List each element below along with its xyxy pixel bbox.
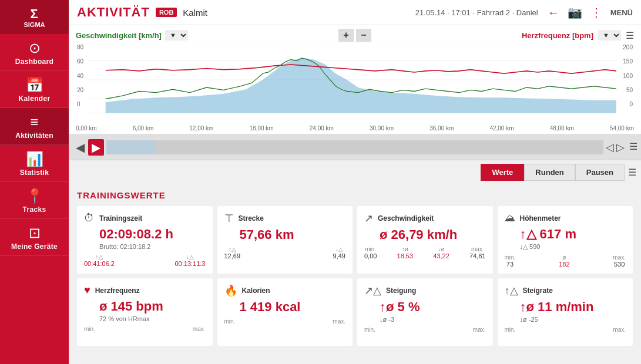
chart-left-title: Geschwindigkeit [km/h] [76, 31, 162, 40]
metric-header: ↑△ Steigrate [505, 284, 626, 297]
y-axis-right: 200 150 100 50 0 [623, 44, 633, 107]
metric-header: ↗ Geschwindigkeit [364, 212, 486, 225]
geschwindigkeit-stats: min. 0,00 ↑ø 18,53 ↓ø 43,22 max. 74,81 [364, 246, 486, 259]
activity-name: Kalmit [183, 8, 207, 18]
chart-right-area: Herzfrequenz [bpm] ▼ ☰ [522, 30, 634, 41]
distance-icon: ⊤ [224, 212, 234, 225]
sidebar-item-label: Meine Geräte [11, 242, 58, 251]
metric-name: Steigung [386, 287, 416, 295]
metric-header: 🔥 Kalorien [224, 284, 346, 297]
herzfrequenz-value: ø 145 bpm [99, 299, 206, 314]
location-icon: 📍 [26, 189, 43, 203]
sidebar-item-dashboard[interactable]: ⊙ Dashboard [0, 34, 69, 71]
more-options-icon[interactable]: ⋮ [590, 5, 602, 19]
steigung-value: ↑ø 5 % [380, 299, 486, 315]
header-left: AKTIVITÄT ROB Kalmit [77, 5, 207, 20]
stat-item: max. 530 [613, 254, 626, 268]
tab-pausen[interactable]: Pausen [575, 164, 625, 181]
sidebar-item-kalender[interactable]: 📅 Kalender [0, 71, 69, 108]
navigation-bar: ◀ ▶ ◁ ▷ ☰ [69, 134, 641, 160]
page-title: AKTIVITÄT [77, 5, 150, 20]
hohenmeter-value: ↑△ 617 m [520, 227, 626, 242]
stat-item: max. [333, 318, 345, 332]
y-axis-left: 80 60 40 20 0 [77, 44, 83, 107]
nav-next-arrow[interactable]: ▶ [88, 139, 104, 156]
nav-scrubber-track[interactable] [106, 140, 603, 154]
chart-view-icons: ☰ [626, 30, 634, 41]
sidebar-item-label: Statistik [20, 168, 49, 177]
nav-right-controls: ◁ ▷ ☰ [606, 141, 637, 154]
metric-steigung: ↗△ Steigung ↑ø 5 % ↓ø -3 min. max. [357, 278, 493, 346]
header-actions: ← 📷 ⋮ MENÜ [548, 5, 633, 19]
metric-name: Kalorien [242, 287, 270, 295]
tabs-row: Werte Runden Pausen ☰ [69, 160, 641, 184]
stat-item: ø 182 [559, 254, 569, 268]
stat-item: min. [84, 326, 95, 339]
metric-header: ♥ Herzfrequenz [84, 284, 206, 296]
grade-icon: ↗△ [364, 284, 381, 297]
trainingszeit-sub: Brutto: 02:10:18.2 [99, 243, 206, 250]
metric-geschwindigkeit: ↗ Geschwindigkeit ø 26,79 km/h min. 0,00… [357, 206, 493, 274]
strecke-stats: ↑△ 12,69 ↓△ 9,49 [224, 246, 346, 259]
metric-herzfrequenz: ♥ Herzfrequenz ø 145 bpm 72 % von HRmax … [77, 278, 213, 346]
flame-icon: 🔥 [224, 284, 237, 297]
back-icon[interactable]: ← [548, 6, 559, 19]
metric-kalorien: 🔥 Kalorien 1 419 kcal min. max. [217, 278, 353, 346]
chart-svg [89, 42, 616, 118]
herzfrequenz-stats: min. max. [84, 326, 206, 339]
sidebar-logo: Σ SIGMA [0, 0, 69, 34]
stat-item: max. [613, 326, 626, 340]
stat-item: min. [224, 318, 236, 332]
steigung-stats: min. max. [364, 326, 486, 340]
menu-button[interactable]: MENÜ [610, 8, 633, 17]
nav-prev-arrow[interactable]: ◀ [72, 138, 88, 157]
chart-right-title: Herzfrequenz [bpm] [522, 31, 593, 40]
steigrate-value: ↑ø 11 m/min [520, 299, 626, 315]
sidebar-item-statistik[interactable]: 📊 Statistik [0, 145, 69, 182]
stat-item: ↓△ 00:13:11.3 [175, 254, 206, 267]
metric-steigrate: ↑△ Steigrate ↑ø 11 m/min ↓ø -25 min. max… [498, 278, 633, 346]
sidebar-item-meine-gerate[interactable]: ⊡ Meine Geräte [0, 219, 69, 256]
zoom-out-button[interactable]: − [356, 29, 371, 42]
chart-left-dropdown[interactable]: ▼ [165, 30, 188, 41]
steigung-sub: ↓ø -3 [380, 316, 486, 323]
kalorien-stats: min. max. [224, 318, 346, 332]
metric-strecke: ⊤ Strecke 57,66 km ↑△ 12,69 ↓△ 9,49 [217, 206, 353, 274]
nav-next-icon[interactable]: ▷ [616, 141, 625, 154]
nav-scrubber-handle[interactable] [106, 140, 156, 154]
sigma-text: SIGMA [24, 21, 45, 28]
hohenmeter-stats: min. 73 ø 182 max. 530 [505, 254, 626, 268]
stat-item: min. [364, 326, 375, 340]
sidebar-item-label: Aktivitäten [15, 132, 53, 140]
zoom-in-button[interactable]: + [338, 29, 354, 42]
tab-runden[interactable]: Runden [524, 164, 575, 181]
stat-item: max. [473, 326, 486, 340]
nav-menu-icon[interactable]: ☰ [629, 141, 637, 154]
camera-icon[interactable]: 📷 [568, 5, 582, 19]
section-title: TRAININGSWERTE [77, 190, 633, 200]
chart-right-dropdown[interactable]: ▼ [598, 30, 621, 41]
nav-prev-icon[interactable]: ◁ [606, 141, 614, 154]
metric-name: Geschwindigkeit [378, 214, 434, 223]
sidebar-item-label: Dashboard [15, 58, 53, 66]
chart-list-icon[interactable]: ☰ [626, 30, 634, 41]
trainingszeit-stats: ↑△ 00:41:06.2 ↓△ 00:13:11.3 [84, 254, 206, 267]
timer-icon: ⏱ [84, 212, 95, 224]
stat-item: min. 0,00 [364, 246, 377, 259]
metric-name: Höhenmeter [520, 214, 561, 223]
sidebar-item-tracks[interactable]: 📍 Tracks [0, 182, 69, 219]
metric-header: ↗△ Steigung [364, 284, 486, 297]
top-header: AKTIVITÄT ROB Kalmit 21.05.14 · 17:01 · … [69, 0, 641, 25]
sidebar-item-aktivitaten[interactable]: ≡ Aktivitäten [0, 108, 69, 145]
metric-name: Steigrate [523, 287, 553, 295]
training-section: TRAININGSWERTE ⏱ Trainingszeit 02:09:08.… [69, 184, 641, 364]
sidebar: Σ SIGMA ⊙ Dashboard 📅 Kalender ≡ Aktivit… [0, 0, 69, 364]
metric-name: Herzfrequenz [95, 287, 140, 295]
stat-item: max. 74,81 [469, 246, 486, 259]
stat-item: min. [505, 326, 516, 340]
main-content: AKTIVITÄT ROB Kalmit 21.05.14 · 17:01 · … [69, 0, 641, 364]
tab-werte[interactable]: Werte [481, 164, 524, 181]
herzfrequenz-sub: 72 % von HRmax [99, 315, 206, 322]
tabs-menu-icon[interactable]: ☰ [628, 167, 636, 178]
metric-name: Strecke [239, 214, 264, 223]
